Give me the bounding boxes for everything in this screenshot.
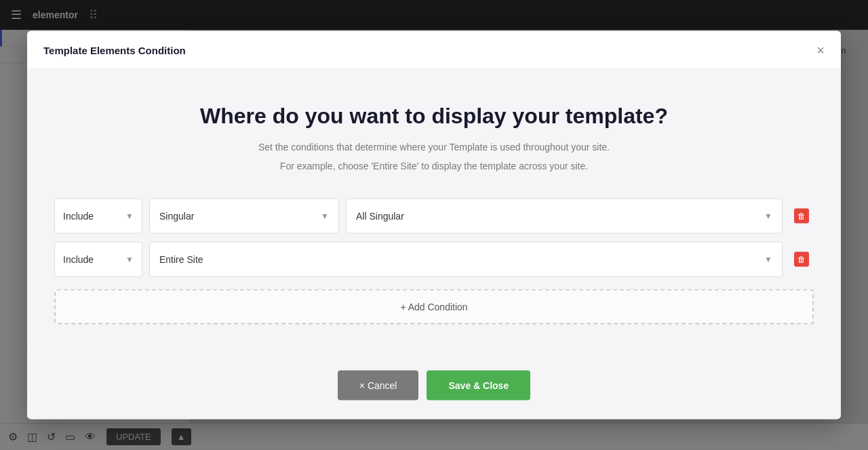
include-select-2[interactable]: Include ▼ bbox=[54, 241, 142, 277]
type-select-1[interactable]: Singular ▼ bbox=[149, 198, 339, 233]
add-condition-button[interactable]: + Add Condition bbox=[54, 289, 814, 324]
chevron-down-icon-1: ▼ bbox=[125, 211, 134, 220]
chevron-down-icon-3: ▼ bbox=[764, 211, 772, 220]
include-label-1: Include bbox=[63, 210, 94, 221]
type-select-2[interactable]: Entire Site ▼ bbox=[149, 241, 783, 277]
type-label-2: Entire Site bbox=[159, 253, 203, 264]
chevron-down-icon-2: ▼ bbox=[321, 211, 329, 220]
modal-header: Template Elements Condition × bbox=[27, 31, 841, 70]
type-label-1: Singular bbox=[159, 210, 194, 221]
modal-heading: Where do you want to display your templa… bbox=[54, 104, 814, 129]
chevron-down-icon-5: ▼ bbox=[764, 254, 772, 264]
include-select-1[interactable]: Include ▼ bbox=[54, 198, 142, 233]
condition-row-2: Include ▼ Entire Site ▼ 🗑 bbox=[54, 241, 814, 277]
modal-subtext-2: For example, choose 'Entire Site' to dis… bbox=[54, 159, 814, 173]
trash-icon-2: 🗑 bbox=[794, 251, 809, 266]
condition-row-1: Include ▼ Singular ▼ All Singular ▼ 🗑 bbox=[54, 198, 814, 233]
trash-icon-1: 🗑 bbox=[794, 208, 809, 223]
cancel-button[interactable]: × Cancel bbox=[338, 370, 419, 400]
modal-footer: × Cancel Save & Close bbox=[27, 351, 841, 419]
delete-button-1[interactable]: 🗑 bbox=[789, 203, 814, 228]
save-close-button[interactable]: Save & Close bbox=[427, 370, 530, 400]
modal-title: Template Elements Condition bbox=[43, 44, 186, 56]
value-label-1: All Singular bbox=[356, 210, 404, 221]
value-select-1[interactable]: All Singular ▼ bbox=[346, 198, 783, 233]
modal-body: Where do you want to display your templa… bbox=[27, 70, 841, 352]
include-label-2: Include bbox=[63, 253, 94, 264]
chevron-down-icon-4: ▼ bbox=[125, 254, 134, 264]
modal-subtext-1: Set the conditions that determine where … bbox=[54, 140, 814, 155]
template-condition-modal: Template Elements Condition × Where do y… bbox=[27, 31, 841, 420]
modal-close-button[interactable]: × bbox=[816, 43, 825, 57]
conditions-area: Include ▼ Singular ▼ All Singular ▼ 🗑 bbox=[54, 198, 814, 324]
delete-button-2[interactable]: 🗑 bbox=[789, 247, 814, 271]
